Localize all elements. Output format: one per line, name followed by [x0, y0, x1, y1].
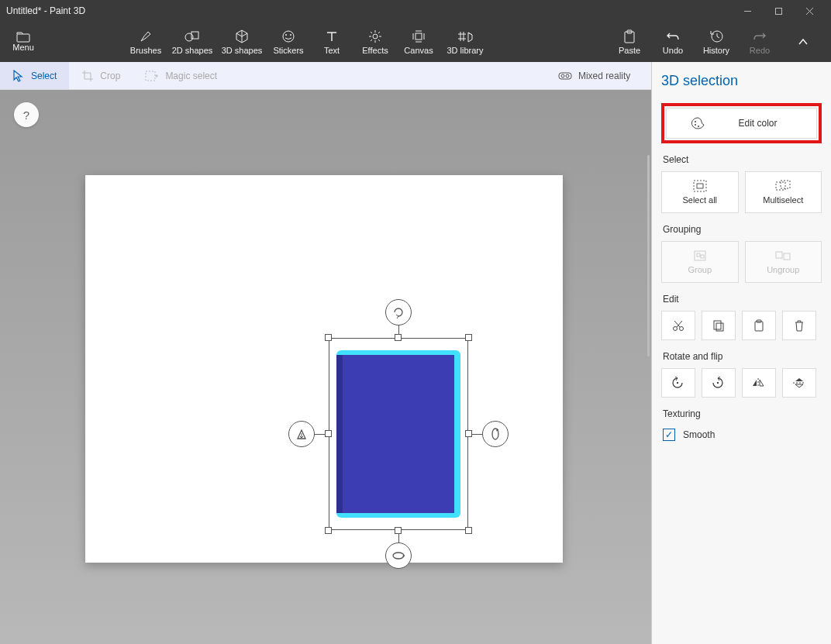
- checkbox-checked-icon[interactable]: ✓: [663, 429, 675, 441]
- cursor-icon: [12, 70, 23, 82]
- select-all-icon: [693, 180, 707, 192]
- resize-handle-tm[interactable]: [395, 334, 402, 341]
- svg-rect-43: [776, 252, 782, 258]
- svg-point-33: [695, 121, 696, 122]
- effects-icon: [368, 29, 382, 43]
- section-grouping: Grouping: [663, 224, 822, 235]
- flip-horizontal-button[interactable]: [742, 368, 776, 398]
- section-select: Select: [663, 154, 822, 165]
- section-rotate: Rotate and flip: [663, 351, 822, 362]
- undo-icon: [666, 29, 680, 43]
- chevron-up-icon: [798, 35, 809, 49]
- close-button[interactable]: [794, 0, 825, 22]
- ungroup-icon: [775, 250, 791, 262]
- ribbon-brushes[interactable]: Brushes: [124, 22, 167, 62]
- svg-rect-27: [146, 71, 155, 81]
- ribbon-redo: Redo: [738, 22, 781, 62]
- ribbon-text[interactable]: Text: [310, 22, 353, 62]
- svg-rect-37: [697, 184, 703, 188]
- mixed-reality-icon: [558, 71, 572, 81]
- flip-h-icon: [752, 377, 766, 388]
- delete-button[interactable]: [782, 311, 816, 340]
- panel-title: 3D selection: [661, 73, 822, 89]
- svg-rect-28: [559, 73, 571, 79]
- menu-label: Menu: [12, 43, 34, 52]
- resize-handle-tl[interactable]: [325, 334, 332, 341]
- svg-point-29: [561, 74, 564, 77]
- rotate-z-handle[interactable]: [385, 299, 412, 325]
- ribbon-stickers[interactable]: Stickers: [267, 22, 310, 62]
- paste-button[interactable]: [742, 311, 776, 340]
- svg-point-9: [290, 34, 291, 36]
- svg-line-15: [371, 32, 372, 33]
- rotate-cw-icon: [712, 377, 726, 389]
- ribbon-2d-shapes[interactable]: 2D shapes: [167, 22, 217, 62]
- workspace[interactable]: ?: [0, 90, 651, 644]
- svg-rect-39: [781, 181, 790, 188]
- folder-icon: [16, 32, 30, 43]
- title-bar: Untitled* - Paint 3D: [0, 0, 831, 22]
- maximize-button[interactable]: [763, 0, 794, 22]
- resize-handle-bl[interactable]: [325, 527, 332, 534]
- rotate-ccw-button[interactable]: [661, 368, 695, 398]
- svg-point-8: [285, 34, 287, 36]
- smooth-checkbox-row[interactable]: ✓ Smooth: [661, 425, 822, 444]
- ribbon-paste[interactable]: Paste: [608, 22, 651, 62]
- svg-rect-42: [701, 255, 704, 258]
- ribbon-canvas[interactable]: Canvas: [397, 22, 440, 62]
- tool-magic-select: Magic select: [133, 62, 229, 89]
- multiselect-button[interactable]: Multiselect: [745, 171, 822, 213]
- resize-handle-ml[interactable]: [325, 430, 332, 437]
- copy-icon: [712, 319, 725, 332]
- rotate-y-handle[interactable]: [385, 542, 412, 569]
- ribbon-effects[interactable]: Effects: [353, 22, 397, 62]
- ribbon: Menu Brushes 2D shapes 3D shapes Sticker…: [0, 22, 831, 62]
- shapes-2d-icon: [184, 29, 200, 43]
- ribbon-3d-shapes[interactable]: 3D shapes: [217, 22, 267, 62]
- trash-icon: [794, 319, 805, 332]
- cut-button[interactable]: [661, 311, 695, 340]
- selection-gizmo[interactable]: [329, 338, 468, 530]
- ungroup-button: Ungroup: [745, 241, 822, 283]
- resize-handle-tr[interactable]: [465, 334, 472, 341]
- scissors-icon: [672, 319, 684, 332]
- shapes-3d-icon: [235, 29, 249, 43]
- ribbon-collapse[interactable]: [781, 22, 825, 62]
- svg-rect-41: [697, 253, 700, 257]
- ribbon-undo[interactable]: Undo: [651, 22, 695, 62]
- selection-outline: [329, 338, 468, 530]
- multiselect-icon: [775, 180, 791, 192]
- copy-button[interactable]: [702, 311, 736, 340]
- menu-button[interactable]: Menu: [0, 22, 47, 62]
- ribbon-history[interactable]: History: [695, 22, 738, 62]
- ribbon-3d-library[interactable]: 3D library: [440, 22, 490, 62]
- svg-point-34: [695, 124, 696, 126]
- svg-rect-1: [775, 8, 781, 14]
- svg-point-46: [680, 327, 684, 331]
- svg-rect-19: [416, 33, 422, 40]
- scrollbar[interactable]: [647, 155, 650, 356]
- canvas[interactable]: [85, 175, 563, 563]
- svg-rect-49: [714, 321, 721, 329]
- help-button[interactable]: ?: [14, 102, 39, 127]
- svg-point-30: [566, 74, 569, 77]
- rotate-cw-button[interactable]: [702, 368, 736, 398]
- resize-handle-br[interactable]: [465, 527, 472, 534]
- tool-mixed-reality[interactable]: Mixed reality: [546, 62, 643, 89]
- redo-icon: [753, 29, 767, 43]
- edit-color-button[interactable]: Edit color: [666, 108, 817, 139]
- svg-rect-4: [17, 34, 29, 42]
- paste-icon: [623, 29, 636, 43]
- magic-select-icon: [145, 71, 159, 81]
- select-all-button[interactable]: Select all: [661, 171, 739, 213]
- depth-handle[interactable]: [288, 421, 315, 447]
- svg-point-10: [373, 34, 378, 39]
- clipboard-icon: [753, 319, 764, 332]
- svg-point-31: [393, 553, 404, 559]
- minimize-button[interactable]: [732, 0, 763, 22]
- flip-vertical-button[interactable]: [782, 368, 816, 398]
- rotate-x-handle[interactable]: [482, 421, 509, 447]
- svg-line-17: [378, 32, 380, 33]
- tool-select[interactable]: Select: [0, 62, 69, 89]
- section-texturing: Texturing: [663, 408, 822, 419]
